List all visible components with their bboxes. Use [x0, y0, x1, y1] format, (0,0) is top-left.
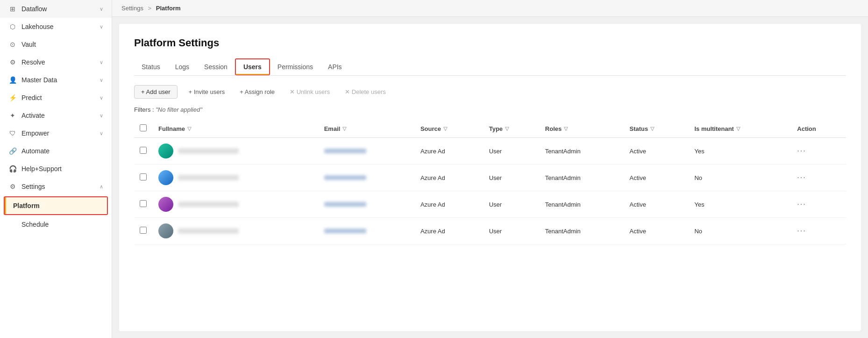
sidebar-item-helpsupport[interactable]: 🎧 Help+Support — [0, 160, 112, 178]
email-filter-icon[interactable]: ▽ — [342, 126, 346, 132]
action-menu-button[interactable]: ··· — [797, 147, 806, 155]
avatar — [158, 197, 173, 212]
sidebar-item-platform[interactable]: Platform — [5, 197, 107, 214]
source-cell: Azure Ad — [415, 165, 484, 191]
sidebar-item-settings[interactable]: ⚙ Settings ∧ — [0, 178, 112, 195]
sidebar-label-resolve: Resolve — [21, 58, 45, 66]
sidebar-item-activate[interactable]: ✦ Activate ∨ — [0, 107, 112, 124]
filters-value: "No filter applied" — [156, 106, 202, 113]
fullname-filter-icon[interactable]: ▽ — [187, 126, 191, 132]
sidebar-item-vault[interactable]: ⊙ Vault — [0, 36, 112, 53]
select-all-header[interactable] — [134, 120, 153, 138]
email-value — [324, 229, 366, 233]
fullname-value — [178, 175, 239, 180]
action-cell[interactable]: ··· — [791, 191, 846, 218]
col-email: Email ▽ — [319, 120, 415, 138]
row-checkbox-cell[interactable] — [134, 191, 153, 218]
select-all-checkbox[interactable] — [140, 124, 147, 131]
row-checkbox[interactable] — [140, 200, 147, 207]
ismultitenant-filter-icon[interactable]: ▽ — [736, 126, 740, 132]
email-value — [324, 202, 366, 207]
tab-apis[interactable]: APIs — [320, 58, 349, 75]
filters-row: Filters : "No filter applied" — [134, 106, 846, 113]
sidebar-item-lakehouse[interactable]: ⬡ Lakehouse ∨ — [0, 18, 112, 36]
sidebar-label-predict: Predict — [21, 94, 42, 101]
content-area: Platform Settings Status Logs Session Us… — [119, 24, 861, 331]
fullname-cell — [153, 138, 319, 165]
action-menu-button[interactable]: ··· — [797, 200, 806, 208]
fullname-value — [178, 228, 239, 234]
settings-icon: ⚙ — [8, 182, 17, 191]
row-checkbox[interactable] — [140, 147, 147, 154]
add-user-button[interactable]: + Add user — [134, 85, 178, 99]
tab-status[interactable]: Status — [134, 58, 168, 75]
automate-icon: 🔗 — [8, 147, 17, 155]
chevron-down-icon: ∨ — [100, 77, 103, 83]
sidebar-item-automate[interactable]: 🔗 Automate — [0, 142, 112, 160]
sidebar-label-activate: Activate — [21, 112, 45, 119]
fullname-cell — [153, 218, 319, 245]
type-filter-icon[interactable]: ▽ — [505, 126, 509, 132]
sidebar: ⊞ Dataflow ∨ ⬡ Lakehouse ∨ ⊙ Vault ⚙ Res… — [0, 0, 112, 338]
row-checkbox[interactable] — [140, 173, 147, 180]
fullname-value — [178, 148, 239, 154]
empower-icon: 🛡 — [8, 129, 17, 137]
action-cell[interactable]: ··· — [791, 138, 846, 165]
row-checkbox-cell[interactable] — [134, 218, 153, 245]
sidebar-label-vault: Vault — [21, 41, 36, 48]
roles-filter-icon[interactable]: ▽ — [564, 126, 568, 132]
action-menu-button[interactable]: ··· — [797, 173, 806, 181]
type-cell: User — [484, 218, 540, 245]
tab-logs[interactable]: Logs — [168, 58, 197, 75]
action-cell[interactable]: ··· — [791, 165, 846, 191]
type-cell: User — [484, 165, 540, 191]
col-status: Status ▽ — [624, 120, 689, 138]
status-cell: Active — [624, 218, 689, 245]
sidebar-label-empower: Empower — [21, 129, 49, 137]
sidebar-item-empower[interactable]: 🛡 Empower ∨ — [0, 124, 112, 142]
sidebar-item-predict[interactable]: ⚡ Predict ∨ — [0, 89, 112, 107]
col-source: Source ▽ — [415, 120, 484, 138]
ismultitenant-cell: No — [689, 165, 791, 191]
email-value — [324, 149, 366, 153]
status-filter-icon[interactable]: ▽ — [650, 126, 654, 132]
breadcrumb-separator: > — [148, 5, 152, 12]
sidebar-item-resolve[interactable]: ⚙ Resolve ∨ — [0, 53, 112, 71]
avatar — [158, 170, 173, 185]
row-checkbox-cell[interactable] — [134, 138, 153, 165]
breadcrumb: Settings > Platform — [112, 0, 868, 17]
tabs-bar: Status Logs Session Users Permissions AP… — [134, 58, 846, 76]
row-checkbox-cell[interactable] — [134, 165, 153, 191]
type-cell: User — [484, 191, 540, 218]
chevron-down-icon: ∨ — [100, 95, 103, 101]
sidebar-item-masterdata[interactable]: 👤 Master Data ∨ — [0, 71, 112, 89]
tab-users[interactable]: Users — [235, 58, 270, 75]
tab-permissions[interactable]: Permissions — [270, 58, 320, 75]
invite-users-button[interactable]: + Invite users — [185, 86, 229, 98]
delete-users-button[interactable]: ✕ Delete users — [341, 86, 390, 98]
sidebar-item-dataflow[interactable]: ⊞ Dataflow ∨ — [0, 0, 112, 18]
action-menu-button[interactable]: ··· — [797, 227, 806, 235]
assign-role-button[interactable]: + Assign role — [236, 86, 278, 98]
source-filter-icon[interactable]: ▽ — [443, 126, 447, 132]
chevron-down-icon: ∨ — [100, 113, 103, 119]
roles-cell: TenantAdmin — [540, 191, 624, 218]
users-table: Fullname ▽ Email ▽ Sourc — [134, 120, 846, 245]
sidebar-item-schedule[interactable]: Schedule — [0, 216, 112, 233]
sidebar-label-platform: Platform — [13, 202, 40, 209]
helpsupport-icon: 🎧 — [8, 165, 17, 173]
tab-session[interactable]: Session — [197, 58, 235, 75]
activate-icon: ✦ — [8, 111, 17, 120]
unlink-users-button[interactable]: ✕ Unlink users — [286, 86, 334, 98]
resolve-icon: ⚙ — [8, 58, 17, 66]
sidebar-label-masterdata: Master Data — [21, 76, 57, 84]
roles-cell: TenantAdmin — [540, 165, 624, 191]
users-table-wrap: Fullname ▽ Email ▽ Sourc — [134, 120, 846, 245]
chevron-down-icon: ∨ — [100, 130, 103, 137]
col-fullname: Fullname ▽ — [153, 120, 319, 138]
vault-icon: ⊙ — [8, 40, 17, 49]
col-ismultitenant: Is multitenant ▽ — [689, 120, 791, 138]
row-checkbox[interactable] — [140, 227, 147, 234]
dataflow-icon: ⊞ — [8, 5, 17, 13]
action-cell[interactable]: ··· — [791, 218, 846, 245]
